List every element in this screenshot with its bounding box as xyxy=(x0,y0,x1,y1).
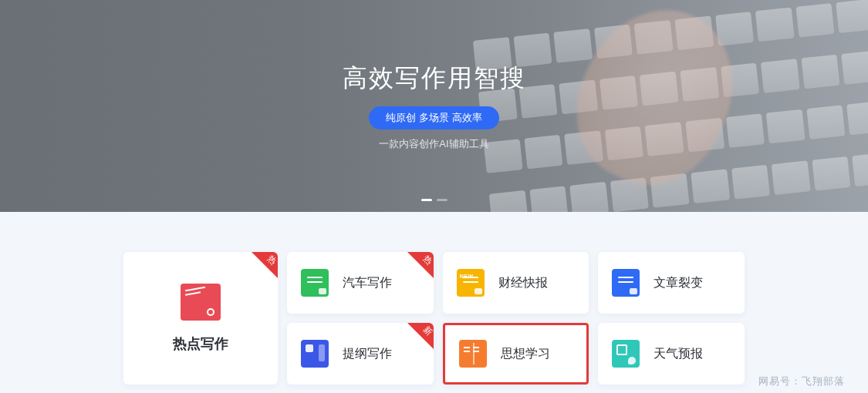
card-label: 文章裂变 xyxy=(654,275,703,291)
layout-grid-icon xyxy=(301,340,329,368)
card-label: 财经快报 xyxy=(498,275,548,291)
card-article-split[interactable]: 文章裂变 xyxy=(598,252,745,314)
new-ribbon-icon: 新 xyxy=(407,323,434,349)
card-study-highlighted[interactable]: 思想学习 xyxy=(443,323,589,385)
hot-ribbon-icon: 热 xyxy=(407,252,434,278)
category-grid: 热 热点写作 热 汽车写作 NEW 财经快报 文章裂变 新 提纲写作 思想学习 … xyxy=(0,212,868,385)
card-outline-writing[interactable]: 新 提纲写作 xyxy=(287,323,434,385)
card-auto-writing[interactable]: 热 汽车写作 xyxy=(287,252,434,314)
card-finance-news[interactable]: NEW 财经快报 xyxy=(443,252,589,314)
monitor-chart-icon xyxy=(181,284,221,321)
hero-banner: 高效写作用智搜 纯原创 多场景 高效率 一款内容创作AI辅助工具 xyxy=(0,0,868,212)
card-hot-writing[interactable]: 热 热点写作 xyxy=(123,252,278,385)
hot-ribbon-icon: 热 xyxy=(252,252,278,278)
hero-title: 高效写作用智搜 xyxy=(343,62,526,96)
carousel-dot-2[interactable] xyxy=(437,199,448,201)
book-icon xyxy=(459,340,487,368)
card-weather[interactable]: 天气预报 xyxy=(598,323,745,385)
card-label: 提纲写作 xyxy=(343,346,392,362)
hero-badge: 纯原创 多场景 高效率 xyxy=(369,106,498,129)
card-label: 热点写作 xyxy=(173,334,228,353)
carousel-dot-1[interactable] xyxy=(421,199,432,201)
card-label: 天气预报 xyxy=(654,346,703,362)
document-new-icon: NEW xyxy=(457,269,485,297)
carousel-indicators[interactable] xyxy=(421,199,448,201)
hero-subtitle: 一款内容创作AI辅助工具 xyxy=(379,137,488,151)
card-label: 汽车写作 xyxy=(343,275,392,291)
weather-icon xyxy=(612,340,640,368)
document-blue-icon xyxy=(612,269,640,297)
document-green-icon xyxy=(301,269,329,297)
source-watermark: 网易号：飞翔部落 xyxy=(758,375,845,388)
card-label: 思想学习 xyxy=(501,346,550,362)
